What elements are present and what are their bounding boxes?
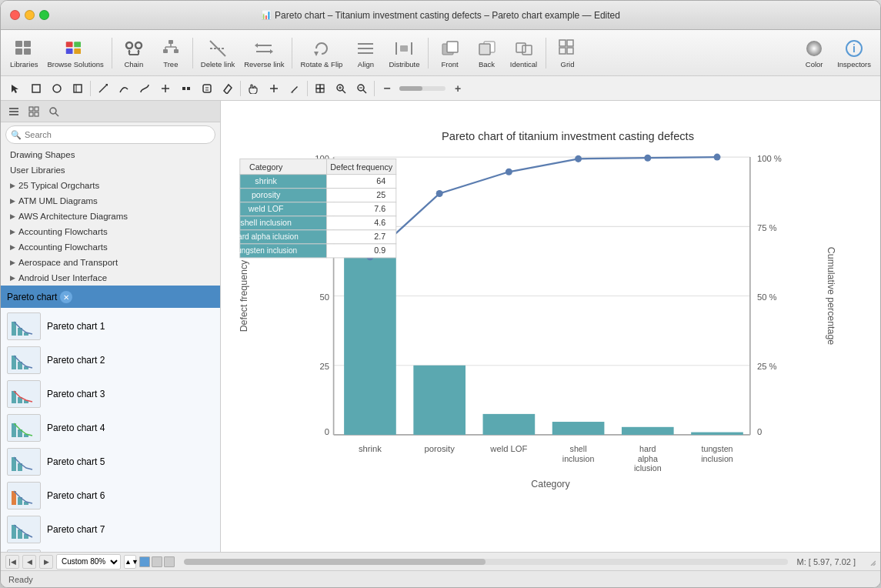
conn-tool[interactable] xyxy=(135,79,155,98)
sidebar-item-aws-arch[interactable]: ▶ AWS Architecture Diagrams xyxy=(1,209,220,224)
align-button[interactable]: Align xyxy=(349,33,382,73)
sidebar-search-toggle[interactable] xyxy=(45,103,62,120)
svg-marker-26 xyxy=(314,52,319,56)
sidebar-item-25-orgcharts[interactable]: ▶ 25 Typical Orgcharts xyxy=(1,178,220,193)
svg-point-14 xyxy=(137,50,139,52)
ellipse-tool[interactable] xyxy=(47,79,67,98)
pareto-item-7[interactable]: Pareto chart 7 xyxy=(1,513,220,546)
waypoint-tool[interactable] xyxy=(176,79,196,98)
svg-text:7.6: 7.6 xyxy=(374,204,385,213)
eraser-tool[interactable] xyxy=(218,79,238,98)
st-sep-1 xyxy=(90,81,91,96)
sidebar-list-view[interactable] xyxy=(5,103,22,120)
dot-6 xyxy=(713,154,720,161)
zoom-area-btn[interactable] xyxy=(352,79,372,98)
pareto-item-5[interactable]: Pareto chart 5 xyxy=(1,445,220,479)
svg-text:tungsten inclusion: tungsten inclusion xyxy=(235,246,297,255)
chart-title: Pareto chart of titanium investment cast… xyxy=(442,130,694,142)
scroll-tool[interactable] xyxy=(264,79,284,98)
pareto-item-3[interactable]: Pareto chart 3 xyxy=(1,377,220,411)
sidebar-item-android-ui[interactable]: ▶ Android User Interface xyxy=(1,270,220,286)
zoom-fit-btn[interactable] xyxy=(310,79,330,98)
close-button[interactable] xyxy=(10,10,20,20)
title-bar: 📊 Pareto chart – Titanium investment cas… xyxy=(1,1,880,30)
svg-rect-72 xyxy=(9,114,18,115)
color-button[interactable]: Color xyxy=(797,33,831,73)
sidebar-item-user-libraries[interactable]: User Libraries xyxy=(1,162,220,178)
libraries-button[interactable]: Libraries xyxy=(7,33,41,73)
svg-rect-41 xyxy=(559,48,566,54)
rotate-flip-button[interactable]: Rotate & Flip xyxy=(297,33,345,73)
svg-rect-71 xyxy=(9,111,18,112)
pen-tool[interactable] xyxy=(285,79,305,98)
text-tool[interactable] xyxy=(68,79,88,98)
identical-button[interactable]: Identical xyxy=(507,33,541,73)
maximize-button[interactable] xyxy=(39,10,49,20)
tree-icon xyxy=(160,38,182,59)
pareto-item-8[interactable]: Pareto chart 8 xyxy=(1,546,220,552)
pareto-item-1[interactable]: Pareto chart 1 xyxy=(1,309,220,343)
dot-4 xyxy=(575,155,582,162)
svg-text:shell inclusion: shell inclusion xyxy=(240,218,292,227)
delete-link-button[interactable]: Delete link xyxy=(198,33,238,73)
pareto-section-header[interactable]: Pareto chart ✕ xyxy=(1,286,220,308)
align-icon xyxy=(355,38,376,59)
color-label: Color xyxy=(806,60,823,68)
pareto-item-4[interactable]: Pareto chart 4 xyxy=(1,411,220,445)
item-label: ATM UML Diagrams xyxy=(18,196,98,205)
svg-text:100 %: 100 % xyxy=(757,154,782,163)
pareto-item-6[interactable]: Pareto chart 6 xyxy=(1,479,220,513)
page-nav-prev[interactable]: ◀ xyxy=(22,555,36,569)
curved-line-tool[interactable] xyxy=(114,79,134,98)
chain-button[interactable]: Chain xyxy=(117,33,151,73)
sidebar-item-accounting[interactable]: ▶ Accounting Flowcharts xyxy=(1,224,220,239)
pareto-close-button[interactable]: ✕ xyxy=(60,291,72,303)
front-button[interactable]: Front xyxy=(433,33,467,73)
arrow-icon: ▶ xyxy=(10,274,15,282)
bar-hard-alpha xyxy=(622,427,674,435)
svg-rect-60 xyxy=(320,85,324,89)
page-nav-next[interactable]: ▶ xyxy=(39,555,53,569)
page-dot-2[interactable] xyxy=(152,556,162,567)
svg-text:64: 64 xyxy=(376,176,385,185)
svg-rect-34 xyxy=(447,42,458,52)
zoom-out-btn[interactable]: − xyxy=(377,79,397,98)
zoom-select-btn[interactable] xyxy=(331,79,351,98)
search-input[interactable] xyxy=(5,125,215,144)
tree-button[interactable]: Tree xyxy=(154,33,188,73)
pareto-item-2[interactable]: Pareto chart 2 xyxy=(1,343,220,377)
svg-line-68 xyxy=(363,90,366,93)
pareto-section-title: Pareto chart xyxy=(7,292,57,302)
distribute-button[interactable]: Distribute xyxy=(385,33,422,73)
sidebar-item-active-directory[interactable]: ▶ Accounting Flowcharts xyxy=(1,239,220,255)
page-dot-3[interactable] xyxy=(164,556,175,567)
sidebar-item-drawing-shapes[interactable]: Drawing Shapes xyxy=(1,147,220,162)
zoom-in-btn[interactable]: + xyxy=(448,79,468,98)
svg-text:0.9: 0.9 xyxy=(374,246,385,255)
browse-solutions-button[interactable]: Browse Solutions xyxy=(44,33,106,73)
page-dot-1[interactable] xyxy=(139,556,150,567)
reverse-link-button[interactable]: Reverse link xyxy=(241,33,287,73)
page-nav-prev-prev[interactable]: |◀ xyxy=(5,555,19,569)
sidebar-item-aerospace[interactable]: ▶ Aerospace and Transport xyxy=(1,255,220,270)
grid-button[interactable]: Grid xyxy=(551,33,585,73)
toolbar-sep-5 xyxy=(546,38,546,68)
format-tool[interactable] xyxy=(197,79,217,98)
back-button[interactable]: Back xyxy=(470,33,504,73)
sidebar-grid-view[interactable] xyxy=(25,103,42,120)
zoom-select[interactable]: Custom 80% 50% 75% 100% 150% xyxy=(56,554,121,570)
canvas-area[interactable]: Pareto chart of titanium investment cast… xyxy=(221,101,880,552)
st-sep-2 xyxy=(240,81,241,96)
minimize-button[interactable] xyxy=(25,10,35,20)
anchor-tool[interactable] xyxy=(155,79,175,98)
hand-tool[interactable] xyxy=(243,79,263,98)
inspectors-button[interactable]: i Inspectors xyxy=(834,33,874,73)
zoom-stepper[interactable]: ▲▼ xyxy=(124,555,136,569)
svg-text:0: 0 xyxy=(325,427,329,436)
sidebar-item-atm-uml[interactable]: ▶ ATM UML Diagrams xyxy=(1,193,220,209)
line-tool[interactable] xyxy=(93,79,113,98)
rect-tool[interactable] xyxy=(26,79,46,98)
select-tool[interactable] xyxy=(5,79,25,98)
browse-solutions-icon xyxy=(65,38,86,59)
resize-handle[interactable] xyxy=(865,555,876,568)
